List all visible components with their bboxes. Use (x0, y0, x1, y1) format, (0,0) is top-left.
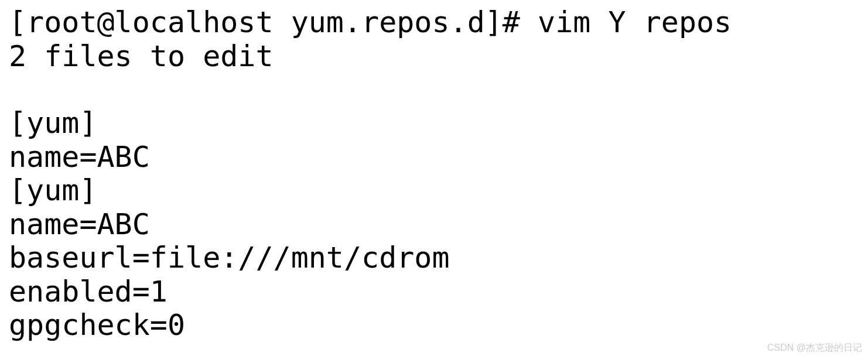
prompt-line: [root@localhost yum.repos.d]# vim Y repo… (9, 6, 859, 40)
config-line: [yum] (9, 174, 859, 208)
terminal-output: [root@localhost yum.repos.d]# vim Y repo… (9, 6, 859, 343)
config-line: name=ABC (9, 141, 859, 174)
config-line: name=ABC (9, 208, 859, 242)
output-line: 2 files to edit (9, 40, 859, 74)
watermark: CSDN @杰克逊的日记 (767, 343, 862, 353)
config-line: enabled=1 (9, 275, 859, 309)
blank-line (9, 73, 859, 107)
config-line: baseurl=file:///mnt/cdrom (9, 241, 859, 275)
config-line: gpgcheck=0 (9, 309, 859, 343)
config-line: [yum] (9, 107, 859, 141)
